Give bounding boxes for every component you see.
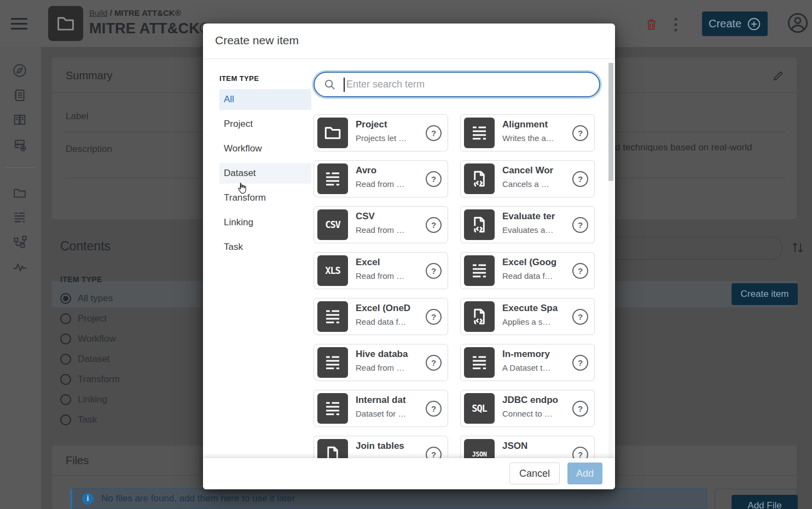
breadcrumb-separator: / <box>110 8 112 17</box>
help-icon[interactable]: ? <box>426 401 442 417</box>
item-type-filter-label: ITEM TYPE <box>60 275 102 284</box>
filter-workflow[interactable]: Workflow <box>219 138 311 159</box>
create-item-button[interactable]: Create item <box>732 283 798 305</box>
help-icon[interactable]: ? <box>572 401 588 417</box>
item-card-alignment[interactable]: Alignment Writes the a… ? <box>460 114 595 151</box>
mouse-cursor <box>235 182 247 195</box>
item-card-csv[interactable]: CSV CSV Read from … ? <box>314 206 448 243</box>
dialog-title: Create new item <box>215 34 299 47</box>
add-file-button[interactable]: Add File <box>732 495 798 509</box>
item-card-json[interactable]: JSON JSON ? <box>460 436 595 458</box>
item-card-project[interactable]: Project Projects let … ? <box>314 114 448 151</box>
activity-pulse-icon[interactable] <box>12 259 27 274</box>
help-icon[interactable]: ? <box>572 447 588 458</box>
item-card-hive[interactable]: Hive databa Read from … ? <box>314 344 448 381</box>
help-icon[interactable]: ? <box>572 171 588 187</box>
no-files-banner: i No files are found, add them here to u… <box>70 488 707 509</box>
dataset-icon <box>317 163 348 194</box>
avatar[interactable] <box>787 12 809 34</box>
radio-all-types[interactable]: All types <box>60 291 113 306</box>
add-button-disabled[interactable]: Add <box>567 463 602 484</box>
filter-dataset[interactable]: Dataset <box>219 163 311 184</box>
item-card-in-memory[interactable]: In-memory A Dataset t… ? <box>460 344 595 381</box>
item-card-cancel-workflow[interactable]: Cancel Wor Cancels a … ? <box>460 160 595 197</box>
summary-title: Summary <box>66 69 113 82</box>
dataset-nav-icon[interactable] <box>12 209 27 225</box>
radio-transform[interactable]: Transform <box>60 372 120 387</box>
item-card-join-tables[interactable]: Join tables ? <box>314 436 448 458</box>
csv-text-icon: CSV <box>317 209 348 240</box>
filter-project[interactable]: Project <box>219 114 311 134</box>
create-button[interactable]: Create <box>702 11 768 36</box>
filter-linking[interactable]: Linking <box>219 212 311 233</box>
file-code-icon <box>464 209 495 240</box>
xls-text-icon: XLS <box>317 255 348 286</box>
breadcrumb-current: MITRE ATT&CK® <box>114 8 181 17</box>
dialog-footer: Cancel Add <box>203 458 615 489</box>
help-icon[interactable]: ? <box>572 217 588 233</box>
workflow-nav-icon[interactable] <box>12 234 27 249</box>
filter-transform[interactable]: Transform <box>219 188 311 208</box>
menu-icon[interactable] <box>11 18 27 33</box>
radio-icon <box>60 414 71 425</box>
compass-icon[interactable] <box>12 63 27 78</box>
filter-task[interactable]: Task <box>219 237 311 258</box>
help-icon[interactable]: ? <box>426 263 442 279</box>
filter-all[interactable]: All <box>219 89 311 110</box>
item-card-jdbc[interactable]: SQL JDBC endpo Connect to … ? <box>460 390 595 427</box>
notebook-icon[interactable] <box>12 87 27 103</box>
radio-workflow[interactable]: Workflow <box>60 331 116 347</box>
help-icon[interactable]: ? <box>426 125 442 141</box>
radio-task[interactable]: Task <box>60 412 97 428</box>
search-input[interactable]: Enter search term <box>314 72 600 97</box>
help-icon[interactable]: ? <box>426 355 442 371</box>
item-card-execute-spark[interactable]: Execute Spa Applies a s… ? <box>460 298 595 335</box>
dataset-icon <box>317 393 348 424</box>
dialog-header: Create new item <box>203 24 615 59</box>
radio-dataset[interactable]: Dataset <box>60 352 110 367</box>
help-icon[interactable]: ? <box>572 125 588 141</box>
help-icon[interactable]: ? <box>426 309 442 325</box>
create-new-item-dialog: Create new item ITEM TYPE All Project Wo… <box>203 24 615 489</box>
item-card-avro[interactable]: Avro Read from … ? <box>314 160 448 197</box>
help-icon[interactable]: ? <box>572 309 588 325</box>
file-icon <box>317 439 348 458</box>
no-files-message: No files are found, add them here to use… <box>101 493 295 504</box>
cancel-label: Cancel <box>519 468 550 479</box>
item-card-excel-onedrive[interactable]: Excel (OneD Read data f… ? <box>314 298 448 335</box>
project-folder-tile <box>48 6 83 41</box>
data-server-eye-icon[interactable] <box>12 137 27 153</box>
json-text-icon: JSON <box>464 439 495 458</box>
item-card-evaluate[interactable]: Evaluate ter Evaluates a… ? <box>460 206 595 243</box>
breadcrumb-link[interactable]: Build <box>89 8 107 17</box>
help-icon[interactable]: ? <box>426 217 442 233</box>
item-card-internal-dataset[interactable]: Internal dat Dataset for … ? <box>314 390 448 427</box>
radio-project[interactable]: Project <box>60 311 107 326</box>
folder-icon <box>55 13 76 34</box>
sql-text-icon: SQL <box>464 393 495 424</box>
help-icon[interactable]: ? <box>572 355 588 371</box>
sort-icon[interactable] <box>790 241 805 255</box>
radio-linking[interactable]: Linking <box>60 392 107 407</box>
book-open-icon[interactable] <box>12 112 27 127</box>
kebab-menu-icon[interactable] <box>673 17 678 32</box>
search-placeholder: Enter search term <box>346 79 425 90</box>
help-icon[interactable]: ? <box>572 263 588 279</box>
item-card-excel[interactable]: XLS Excel Read from … ? <box>314 252 448 289</box>
sidebar-divider <box>5 167 36 168</box>
help-icon[interactable]: ? <box>426 171 442 187</box>
breadcrumb: Build / MITRE ATT&CK® <box>89 8 181 17</box>
folder-nav-icon[interactable] <box>12 185 27 201</box>
dialog-scrollbar[interactable] <box>608 63 613 458</box>
cancel-button[interactable]: Cancel <box>509 463 560 484</box>
delete-trash-icon[interactable] <box>645 17 658 32</box>
radio-icon <box>60 394 71 405</box>
help-icon[interactable]: ? <box>426 447 442 458</box>
radio-icon <box>60 374 71 385</box>
dialog-item-type-label: ITEM TYPE <box>219 74 259 83</box>
plus-circle-icon <box>747 17 761 31</box>
item-card-excel-google[interactable]: Excel (Goog Read data f… ? <box>460 252 595 289</box>
edit-icon[interactable] <box>772 69 785 82</box>
label-field-title: Label <box>66 111 89 122</box>
scrollbar-thumb[interactable] <box>608 63 613 181</box>
